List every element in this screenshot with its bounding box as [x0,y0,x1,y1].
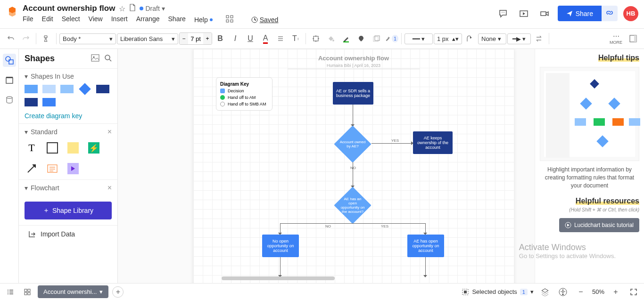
text-options-button[interactable]: T↕ [289,32,303,46]
shape-swatch[interactable] [25,98,38,106]
swap-button[interactable] [532,32,546,46]
play-shape[interactable] [66,162,80,176]
tips-thumbnail[interactable] [540,67,639,161]
font-size-control[interactable]: − + [179,32,212,45]
fullscreen-icon[interactable] [627,285,640,299]
horizontal-scrollbar[interactable] [222,276,335,280]
container-rail-icon[interactable] [3,73,16,87]
flow-node-no-opp[interactable]: No open opportunity on account [262,235,299,257]
user-avatar[interactable]: HB [623,6,638,21]
document-icon[interactable] [129,4,136,13]
style-select[interactable]: Body *▾ [59,33,116,44]
create-diagram-key-link[interactable]: Create diagram key [25,112,112,120]
align-button[interactable] [273,32,288,46]
flowchart-header[interactable]: ▾ Flowchart× [25,184,112,192]
shape-swatch[interactable] [25,85,38,93]
data-rail-icon[interactable] [3,93,16,106]
undo-button[interactable] [4,32,18,46]
close-icon[interactable]: × [107,184,112,192]
flow-label-yes-2: YES [381,224,388,228]
flow-node-keeps[interactable]: AE keeps ownership of the account [413,131,453,154]
share-button[interactable]: Share [558,6,602,21]
panel-toggle-button[interactable] [626,32,640,46]
zoom-out-button[interactable]: − [574,285,587,299]
move-button[interactable] [309,32,323,46]
flow-decision-2[interactable]: AE has an open opportunity on the accoun… [334,186,372,224]
star-icon[interactable]: ☆ [119,4,125,13]
fill-button[interactable] [324,32,338,46]
layers-icon[interactable] [538,285,552,299]
flow-decision-1[interactable]: Account owned by AE? [334,125,372,163]
menu-help[interactable]: Help [194,15,213,24]
flow-node-has-opp[interactable]: AE has open opportunity on account [407,235,444,257]
menu-file[interactable]: File [23,15,33,24]
format-painter-button[interactable] [39,32,53,46]
arrow-shape[interactable] [25,162,39,176]
line-style-select[interactable]: ━━ ▾ [405,33,433,44]
text-color-button[interactable]: A [258,32,272,46]
zoom-level[interactable]: 50% [592,288,604,295]
shadow-button[interactable] [354,32,368,46]
rect-shape[interactable] [45,141,59,155]
shape-swatch[interactable] [42,85,56,93]
menu-edit[interactable]: Edit [42,15,53,24]
share-link-button[interactable] [602,6,618,21]
saved-status[interactable]: Saved [251,15,279,24]
magic-button[interactable]: 1 [384,32,398,46]
list-view-icon[interactable] [4,285,17,299]
text-shape[interactable]: T [25,141,39,155]
canvas-area[interactable]: Account ownership flow Humaira Bibi | Ap… [118,49,535,283]
flow-node-start[interactable]: AE or SDR sells a business package [333,82,373,105]
shapes-in-use-header[interactable]: ▾ Shapes In Use [25,73,112,80]
import-data-button[interactable]: Import Data [19,225,117,243]
arrow-start-select[interactable]: None ▾ [478,33,506,44]
font-select[interactable]: Liberation Sans▾ [117,33,178,44]
font-size-decrease[interactable]: − [180,33,188,44]
shape-swatch-diamond[interactable] [79,83,91,95]
menu-view[interactable]: View [89,15,103,24]
canvas-page[interactable]: Account ownership flow Humaira Bibi | Ap… [193,49,514,283]
note-shape[interactable] [66,141,80,155]
shape-library-button[interactable]: ＋ Shape Library [25,202,112,219]
zoom-in-button[interactable]: + [609,285,622,299]
menu-arrange[interactable]: Arrange [136,15,160,24]
add-page-button[interactable]: + [112,286,124,298]
page-tab[interactable]: Account ownershi... ▾ [38,285,108,298]
present-icon[interactable] [516,6,531,21]
action-shape[interactable]: ⚡ [87,141,101,155]
draft-status[interactable]: Draft ▾ [140,5,165,12]
arrow-end-select[interactable]: ━▶ ▾ [507,33,531,44]
image-icon[interactable] [91,54,99,64]
shape-swatch[interactable] [42,98,56,106]
diagram-key-box[interactable]: Diagram Key Decision Hand off to AM Hand… [216,77,272,111]
shape-swatch[interactable] [96,85,109,93]
grid-view-icon[interactable] [21,285,34,299]
document-title[interactable]: Account ownership flow [23,4,115,13]
more-button[interactable]: ⋯MORE [610,32,622,45]
menu-select[interactable]: Select [62,15,80,24]
font-size-increase[interactable]: + [203,33,212,44]
accessibility-icon[interactable] [556,285,570,299]
video-icon[interactable] [537,6,552,21]
bold-button[interactable]: B [213,32,227,46]
border-color-button[interactable] [339,32,353,46]
standard-header[interactable]: ▾ Standard× [25,128,112,136]
selected-objects[interactable]: Selected objects 1 ▾ [462,288,534,296]
shape-swatch[interactable] [60,85,74,93]
effects-button[interactable] [369,32,383,46]
close-icon[interactable]: × [107,128,112,136]
search-icon[interactable] [104,54,112,64]
shapes-rail-icon[interactable] [3,54,16,67]
tutorial-button[interactable]: Lucidchart basic tutorial [559,218,639,232]
font-size-input[interactable] [188,35,203,42]
line-jump-button[interactable] [463,32,477,46]
underline-button[interactable]: U [243,32,257,46]
extensions-icon[interactable] [226,15,233,24]
menu-share[interactable]: Share [168,15,186,24]
redo-button[interactable] [19,32,33,46]
italic-button[interactable]: I [228,32,242,46]
menu-insert[interactable]: Insert [111,15,128,24]
comments-icon[interactable] [495,6,511,21]
line-width-select[interactable]: 1 px ▴▾ [434,33,462,44]
list-shape[interactable] [45,162,59,176]
